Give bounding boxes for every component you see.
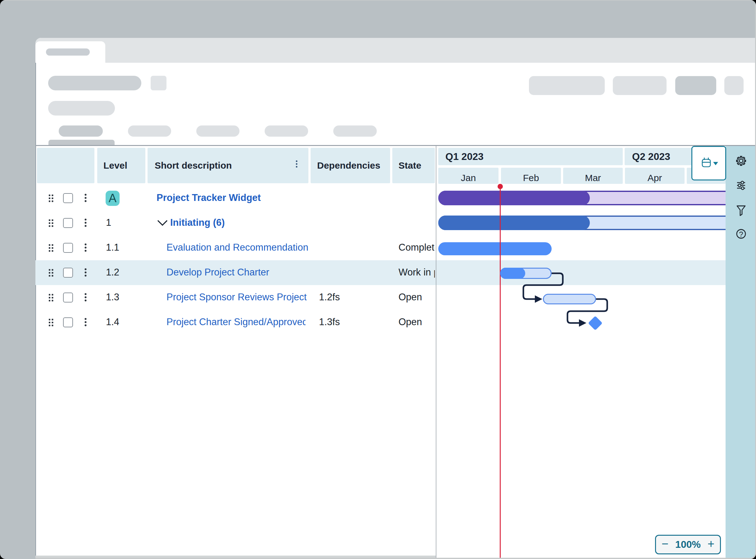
svg-text:?: ? (739, 230, 743, 239)
